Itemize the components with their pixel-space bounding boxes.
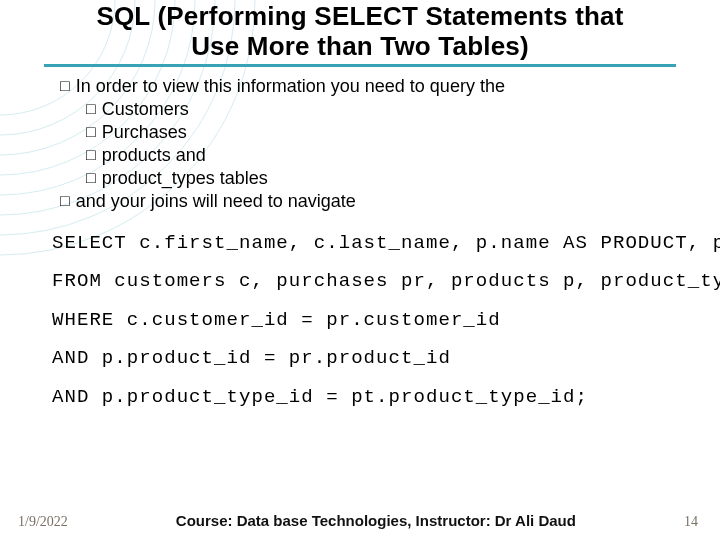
slide-footer: 1/9/2022 Course: Data base Technologies,…: [0, 512, 720, 530]
sql-line: SELECT c.first_name, c.last_name, p.name…: [52, 233, 720, 254]
footer-page-number: 14: [684, 514, 698, 530]
sql-code-block: SELECT c.first_name, c.last_name, p.name…: [52, 225, 697, 417]
title-line-1: SQL (Performing SELECT Statements that: [96, 1, 623, 31]
title-underline: [44, 64, 676, 67]
bullet-item: Customers: [42, 98, 678, 121]
slide-title: SQL (Performing SELECT Statements that U…: [28, 2, 692, 62]
sql-line: FROM customers c, purchases pr, products…: [52, 271, 720, 292]
sql-line: AND p.product_type_id = pt.product_type_…: [52, 387, 588, 408]
bullet-item: product_types tables: [42, 167, 678, 190]
bullet-item: products and: [42, 144, 678, 167]
footer-date: 1/9/2022: [18, 514, 68, 530]
sql-line: WHERE c.customer_id = pr.customer_id: [52, 310, 501, 331]
footer-course: Course: Data base Technologies, Instruct…: [68, 512, 684, 529]
slide-body: In order to view this information you ne…: [28, 75, 692, 418]
sql-line: AND p.product_id = pr.product_id: [52, 348, 451, 369]
bullet-intro: In order to view this information you ne…: [42, 75, 678, 98]
slide: SQL (Performing SELECT Statements that U…: [0, 0, 720, 540]
bullet-closing: and your joins will need to navigate: [42, 190, 678, 213]
bullet-item: Purchases: [42, 121, 678, 144]
title-line-2: Use More than Two Tables): [191, 31, 529, 61]
